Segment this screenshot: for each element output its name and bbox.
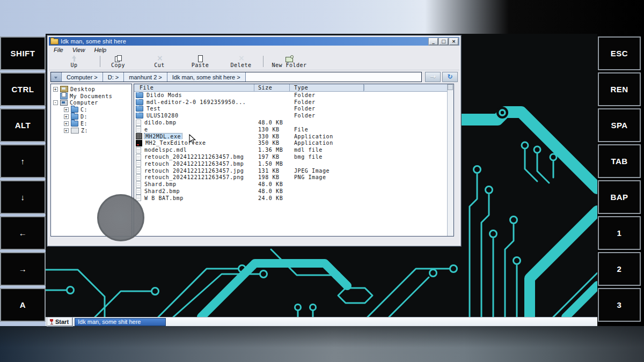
- tree-item[interactable]: + D:: [51, 113, 131, 120]
- breadcrumb-segment[interactable]: Idk man, some shit here >: [167, 72, 246, 82]
- onscreen-key[interactable]: ↑: [0, 144, 46, 178]
- toolbar-button[interactable]: Paste: [180, 54, 221, 70]
- file-icon: [136, 120, 141, 126]
- toolbar-label: Delete: [230, 62, 251, 68]
- column-header[interactable]: Type: [290, 84, 364, 91]
- address-dropdown-button[interactable]: [51, 72, 62, 82]
- address-bar-row: Computer >D: >manhunt 2 >Idk man, some s…: [49, 71, 459, 83]
- onscreen-key[interactable]: TAB: [598, 144, 641, 178]
- file-type: File: [290, 127, 364, 132]
- tree-item-icon: [60, 100, 68, 106]
- file-row[interactable]: Shard2.bmp 48.0 KB: [134, 188, 453, 195]
- file-row[interactable]: MH2MDL.exe 330 KB Application: [134, 133, 453, 140]
- tree-toggle[interactable]: +: [64, 107, 69, 112]
- tree-item[interactable]: + C:: [51, 106, 131, 113]
- onscreen-key[interactable]: ←: [0, 216, 46, 250]
- window-titlebar[interactable]: Idk man, some shit here _□×: [49, 37, 459, 46]
- window-control-button[interactable]: _: [429, 38, 438, 45]
- file-type: Application: [290, 134, 364, 139]
- onscreen-key[interactable]: CTRL: [0, 72, 46, 106]
- vertical-scrollbar[interactable]: [447, 84, 453, 236]
- breadcrumb-segment[interactable]: D: >: [103, 72, 124, 82]
- file-size: 1.36 MB: [254, 147, 290, 153]
- go-button[interactable]: →: [425, 72, 441, 82]
- tree-item[interactable]: My Documents: [51, 93, 131, 100]
- file-row[interactable]: retouch_2024122121263457.bmp 1.50 MB: [134, 160, 453, 167]
- file-row[interactable]: mdl-editor-2-0_1692359950... Folder: [134, 99, 453, 106]
- emulator-screen: Idk man, some shit here _□× FileViewHelp…: [46, 34, 597, 326]
- menu-item[interactable]: File: [54, 47, 63, 53]
- onscreen-key[interactable]: SHIFT: [0, 36, 46, 70]
- file-size: 197 KB: [254, 154, 290, 160]
- tree-item[interactable]: + Desktop: [51, 86, 131, 93]
- onscreen-key[interactable]: A: [0, 288, 46, 322]
- file-row[interactable]: Test Folder: [134, 106, 453, 113]
- file-row[interactable]: MH2_TexEditor.exe 350 KB Application: [134, 140, 453, 147]
- onscreen-key[interactable]: →: [0, 252, 46, 286]
- tree-item[interactable]: - Computer: [51, 100, 131, 107]
- tree-toggle[interactable]: -: [53, 100, 58, 105]
- file-row[interactable]: Dildo Mods Folder: [134, 92, 453, 99]
- toolbar-button[interactable]: Up: [51, 54, 97, 70]
- toolbar-button[interactable]: New Folder: [261, 54, 317, 70]
- file-icon: [136, 113, 143, 119]
- tree-item[interactable]: + Z:: [51, 127, 131, 134]
- onscreen-key[interactable]: 3: [598, 288, 641, 322]
- file-name: Test: [145, 106, 162, 112]
- onscreen-key[interactable]: 2: [598, 252, 641, 286]
- onscreen-key[interactable]: ALT: [0, 108, 46, 142]
- breadcrumb-segment[interactable]: Computer >: [62, 72, 103, 82]
- tree-toggle[interactable]: +: [64, 114, 69, 119]
- file-row[interactable]: modelspc.mdl 1.36 MB mdl file: [134, 146, 453, 153]
- menu-item[interactable]: View: [72, 47, 85, 53]
- file-row[interactable]: retouch_2024122121263457.png 198 KB PNG …: [134, 174, 453, 181]
- file-row[interactable]: retouch_2024122121263457.bmg 197 KB bmg …: [134, 153, 453, 160]
- file-row[interactable]: W_B_BAT.bmp 24.0 KB: [134, 195, 453, 202]
- file-name: e: [143, 127, 149, 132]
- taskbar: Start Idk man, some shit here: [46, 317, 597, 326]
- file-row[interactable]: Shard.bmp 48.0 KB: [134, 181, 453, 188]
- breadcrumb-segment[interactable]: manhunt 2 >: [124, 72, 167, 82]
- toolbar-button[interactable]: Delete: [221, 54, 261, 70]
- tree-toggle[interactable]: +: [64, 121, 69, 126]
- tree-toggle[interactable]: +: [64, 128, 69, 133]
- window-folder-icon: [50, 39, 58, 45]
- onscreen-key[interactable]: BAP: [598, 180, 641, 214]
- onscreen-key[interactable]: ↓: [0, 180, 46, 214]
- menu-item[interactable]: Help: [94, 47, 106, 53]
- window-control-button[interactable]: ×: [449, 38, 458, 45]
- file-size: 330 KB: [254, 134, 290, 139]
- toolbar-button[interactable]: Cut: [139, 54, 180, 70]
- file-row[interactable]: dildo.bmp 48.0 KB: [134, 119, 453, 126]
- tree-item-label: E:: [80, 121, 87, 127]
- file-name: dildo.bmp: [143, 120, 178, 125]
- window-control-button[interactable]: □: [439, 38, 448, 45]
- file-row[interactable]: retouch_2024122121263457.jpg 131 KB JPEG…: [134, 167, 453, 174]
- start-label: Start: [55, 319, 69, 325]
- tree-toggle[interactable]: +: [53, 87, 58, 92]
- file-icon: [136, 174, 141, 181]
- file-name: retouch_2024122121263457.bmg: [143, 154, 245, 160]
- tree-item[interactable]: + E:: [51, 120, 131, 127]
- column-header[interactable]: Size: [254, 84, 290, 91]
- tree-item-icon: [71, 114, 78, 120]
- taskbar-window-button[interactable]: Idk man, some shit here: [75, 318, 166, 326]
- file-size: 350 KB: [254, 140, 290, 146]
- onscreen-key[interactable]: ESC: [598, 36, 641, 70]
- file-row[interactable]: ULUS10280 Folder: [134, 112, 453, 119]
- onscreen-key[interactable]: 1: [598, 216, 641, 250]
- file-icon: [136, 147, 141, 153]
- onscreen-key[interactable]: SPA: [598, 108, 641, 142]
- window-controls: _□×: [429, 38, 458, 45]
- file-name: MH2_TexEditor.exe: [144, 140, 207, 146]
- onscreen-key[interactable]: REN: [598, 72, 641, 106]
- right-key-column: ESCRENSPATABBAP123: [598, 36, 641, 322]
- file-row[interactable]: e 130 KB File: [134, 126, 453, 133]
- address-bar[interactable]: Computer >D: >manhunt 2 >Idk man, some s…: [50, 72, 422, 82]
- column-header[interactable]: File: [134, 84, 254, 91]
- start-button[interactable]: Start: [47, 317, 72, 326]
- refresh-button[interactable]: ↻: [442, 72, 458, 82]
- file-size: 130 KB: [254, 127, 290, 132]
- toolbar-button[interactable]: Copy: [97, 54, 139, 70]
- file-type: Folder: [290, 113, 364, 119]
